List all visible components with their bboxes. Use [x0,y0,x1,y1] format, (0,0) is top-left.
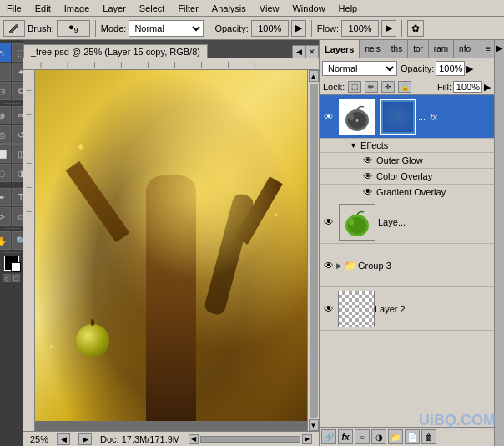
airbrush-btn[interactable]: ✿ [407,20,424,37]
brush-label: Brush: [28,23,54,33]
color-overlay-label: Color Overlay [376,171,432,181]
tab-history[interactable]: tor [408,40,429,58]
opacity-arrow[interactable]: ▶ [466,63,473,74]
menu-analysis[interactable]: Analysis [205,2,253,15]
layer-2-visibility[interactable]: 👁 [321,302,336,317]
lock-brush-btn[interactable]: ✏ [365,81,378,93]
path-select-tool[interactable]: ⊳ [0,207,11,226]
eye-gradient-overlay[interactable]: 👁 [363,186,373,198]
panel-collapse-btn[interactable]: ◀ [292,45,305,58]
tab-paths[interactable]: ths [386,40,408,58]
scroll-left-btn[interactable]: ◀ [189,434,199,444]
status-left-btn[interactable]: ◀ [57,433,70,445]
menu-window[interactable]: Window [285,2,331,15]
effect-outer-glow[interactable]: 👁 Outer Glow [320,153,494,169]
layer-apple-info: Laye... [378,217,492,227]
layer-adjustment-btn[interactable]: ◑ [371,429,386,444]
menu-view[interactable]: View [253,2,286,15]
toolbox: ↖ ⬚ ⌒ ✦ ⊡ ⧉ ⊕ ✏ ◎ ↺ ⬜ ◫ ◌ ◑ ✒ [0,40,23,446]
menu-image[interactable]: Image [58,2,97,15]
menu-layer[interactable]: Layer [96,2,133,15]
menu-bar: File Edit Image Layer Select Filter Anal… [0,0,504,17]
scroll-track [310,84,318,418]
hand-tool[interactable]: ✋ [0,231,11,250]
svg-point-3 [349,114,354,120]
layer-15-visibility[interactable]: 👁 [321,109,336,124]
lock-move-btn[interactable]: ✛ [381,81,395,93]
clone-tool[interactable]: ◎ [0,125,11,144]
main-area: ↖ ⬚ ⌒ ✦ ⊡ ⧉ ⊕ ✏ ◎ ↺ ⬜ ◫ ◌ ◑ ✒ [0,40,504,446]
tab-layers[interactable]: Layers [320,40,360,58]
eye-color-overlay[interactable]: 👁 [363,170,373,182]
layer-group-visibility[interactable]: 👁 [321,258,336,273]
separator-3 [311,20,312,37]
flow-arrow[interactable]: ▶ [381,20,396,37]
menu-filter[interactable]: Filter [171,2,204,15]
folder-icon: 📁 [344,260,356,271]
tool-sep-2 [3,185,21,185]
layer-group-btn[interactable]: 📁 [388,429,403,444]
effects-expand-icon[interactable]: ▼ [350,141,357,150]
quick-mask-btn[interactable]: ○ [3,274,11,282]
blend-mode-select[interactable]: Normal [129,20,204,37]
effect-color-overlay[interactable]: 👁 Color Overlay [320,169,494,185]
layer-blend-select[interactable]: Normal [322,61,397,76]
opacity-input[interactable] [436,61,465,76]
brush-picker[interactable]: ●9 [57,20,90,37]
scroll-right-btn[interactable]: ▶ [302,434,312,444]
layer-green-apple[interactable]: 👁 Laye... [320,200,494,244]
healing-tool[interactable]: ⊕ [0,106,11,124]
opacity-value[interactable]: 100% [251,20,289,37]
eye-icon-apple: 👁 [324,216,334,228]
outer-glow-label: Outer Glow [376,155,423,165]
lock-transparent-btn[interactable]: ⬚ [348,81,361,93]
layers-panel: Layers nels ths tor ram nfo ≡ Normal Opa… [319,40,494,446]
layer-group-3[interactable]: 👁 ▶ 📁 Group 3 [320,244,494,287]
fill-arrow[interactable]: ▶ [484,82,491,93]
layer-delete-btn[interactable]: 🗑 [421,429,436,444]
move-tool[interactable]: ↖ [0,43,11,62]
flow-label: Flow: [317,23,339,33]
canvas-status: 25% ◀ ▶ Doc: 17.3M/171.9M ◀ ▶ [23,431,319,446]
layer-2-info: Layer 2 [375,304,492,314]
scroll-up-btn[interactable]: ▲ [309,70,319,82]
fill-input[interactable] [453,81,482,93]
scroll-down-btn[interactable]: ▼ [309,419,319,431]
canvas-tab-tree[interactable]: _tree.psd @ 25% (Layer 15 copy, RGB/8) [23,44,208,58]
tab-channels[interactable]: nels [360,40,386,58]
canvas-image: ✦ ✦ ✦ [35,70,307,421]
screen-mode-btn[interactable]: □ [12,274,20,282]
h-scrollbar[interactable] [200,436,300,443]
panel-menu-btn[interactable]: ≡ [482,44,494,53]
tab-actions[interactable]: ram [429,40,454,58]
eye-outer-glow[interactable]: 👁 [363,155,373,166]
layer-15-copy[interactable]: 👁 ● ... [320,95,494,139]
menu-file[interactable]: File [0,2,28,15]
flow-value[interactable]: 100% [341,20,379,37]
status-right-btn[interactable]: ▶ [78,433,92,445]
effect-gradient-overlay[interactable]: 👁 Gradient Overlay [320,185,494,200]
crop-tool[interactable]: ⊡ [0,82,11,100]
layer-new-btn[interactable]: 📄 [405,429,420,444]
layer-link-btn[interactable]: 🔗 [321,429,336,444]
layer-2[interactable]: 👁 Layer 2 [320,287,494,331]
panel-close-btn[interactable]: ✕ [305,45,319,58]
lasso-tool[interactable]: ⌒ [0,63,11,81]
lock-all-btn[interactable]: 🔒 [398,81,411,93]
layer-apple-visibility[interactable]: 👁 [321,215,336,230]
layer-mask-btn[interactable]: ○ [355,429,370,444]
blur-tool[interactable]: ◌ [0,164,11,182]
brush-tool-btn[interactable] [3,20,25,37]
pen-tool[interactable]: ✒ [0,188,11,206]
menu-select[interactable]: Select [133,2,172,15]
right-collapse-panel[interactable]: ▶ [494,40,504,446]
eraser-tool[interactable]: ⬜ [0,144,11,163]
tab-info[interactable]: nfo [454,40,476,58]
menu-edit[interactable]: Edit [28,2,58,15]
layers-blend-row: Normal Opacity: ▶ [320,58,494,79]
opacity-arrow[interactable]: ▶ [291,20,306,37]
separator-2 [209,20,209,37]
group-arrow-icon[interactable]: ▶ [336,261,342,270]
menu-help[interactable]: Help [332,2,365,15]
layer-fx-btn[interactable]: fx [338,429,353,444]
